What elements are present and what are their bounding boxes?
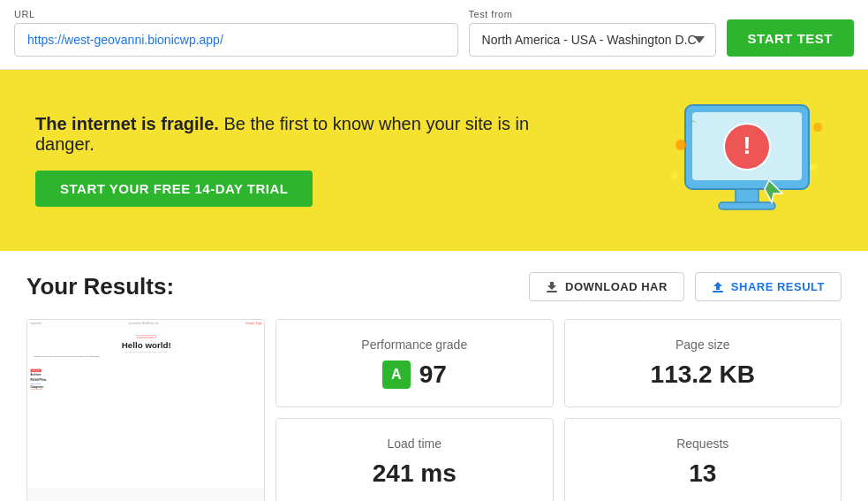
download-har-button[interactable]: DOWNLOAD HAR — [529, 272, 684, 301]
mini-archives-label: Archives — [31, 374, 68, 376]
mini-site-subtitle: just another WordPress site — [128, 322, 158, 324]
header-bar: URL Test from North America - USA - Wash… — [0, 0, 868, 70]
svg-point-10 — [671, 172, 678, 179]
mini-heading: Hello world! — [31, 340, 263, 350]
mini-recent-posts-label: Recent Posts — [31, 379, 68, 382]
banner-text: The internet is fragile. Be the first to… — [35, 114, 656, 207]
url-label: URL — [14, 9, 458, 19]
page-size-card: Page size 113.2 KB — [564, 319, 842, 407]
grade-number: 97 — [419, 361, 447, 389]
results-grid: mayortide just another WordPress site Sa… — [26, 319, 842, 501]
load-time-label: Load time — [388, 436, 442, 451]
test-from-select[interactable]: North America - USA - Washington D.C Eur… — [469, 23, 716, 57]
load-time-value: 241 ms — [373, 459, 457, 488]
requests-label: Requests — [676, 436, 728, 451]
mini-body: Welcome to WordPress. This is your first… — [31, 356, 263, 358]
url-field-group: URL — [14, 9, 458, 57]
banner-message: The internet is fragile. Be the first to… — [35, 114, 565, 155]
page-size-label: Page size — [676, 338, 729, 352]
monitor-illustration-icon: ! — [668, 96, 822, 224]
mini-meta: By domainAdmin November 19, 2020 0 Comme… — [31, 352, 263, 353]
test-from-label: Test from — [469, 9, 716, 19]
start-test-button[interactable]: START TEST — [727, 19, 854, 57]
share-icon — [712, 281, 724, 293]
share-result-button[interactable]: SHARE RESULT — [695, 272, 842, 301]
requests-value: 13 — [689, 459, 716, 488]
download-icon — [546, 281, 558, 293]
mini-site-name: mayortide — [31, 322, 42, 324]
requests-card: Requests 13 — [564, 418, 842, 501]
performance-grade-card: Performance grade A 97 — [275, 319, 554, 407]
screenshot-panel: mayortide just another WordPress site Sa… — [26, 319, 265, 501]
results-header: Your Results: DOWNLOAD HAR SHARE RESULT — [26, 272, 842, 301]
banner-illustration: ! — [656, 96, 833, 224]
mini-recent-link: Hello world! — [31, 383, 68, 384]
svg-point-8 — [813, 123, 822, 132]
promo-banner: The internet is fragile. Be the first to… — [0, 70, 868, 251]
svg-text:!: ! — [743, 132, 751, 159]
svg-point-7 — [676, 140, 686, 150]
banner-strong: The internet is fragile. — [35, 114, 219, 133]
performance-grade-value: A 97 — [382, 361, 447, 389]
mini-search-btn: SEARCH — [31, 369, 42, 373]
mini-site-preview: mayortide just another WordPress site Sa… — [27, 320, 264, 487]
svg-rect-11 — [547, 291, 557, 292]
svg-point-9 — [810, 163, 817, 171]
download-har-label: DOWNLOAD HAR — [565, 280, 668, 293]
results-title: Your Results: — [26, 273, 174, 300]
screenshot-inner: mayortide just another WordPress site Sa… — [27, 320, 264, 488]
share-result-label: SHARE RESULT — [731, 280, 825, 293]
svg-rect-12 — [713, 291, 723, 292]
grade-badge: A — [382, 361, 411, 389]
mini-category: UNCATEGORIZED — [137, 336, 156, 339]
results-actions: DOWNLOAD HAR SHARE RESULT — [529, 272, 842, 301]
trial-button[interactable]: START YOUR FREE 14-DAY TRIAL — [35, 171, 313, 207]
load-time-card: Load time 241 ms — [275, 418, 554, 501]
mini-sample-page: Sample Page — [245, 322, 262, 325]
mini-cat-link: Uncategorized — [31, 389, 68, 391]
metrics-grid: Performance grade A 97 Page size 113.2 K… — [275, 319, 842, 501]
page-size-value: 113.2 KB — [651, 361, 755, 389]
test-from-field-group: Test from North America - USA - Washingt… — [469, 9, 716, 57]
svg-rect-5 — [719, 202, 775, 209]
results-section: Your Results: DOWNLOAD HAR SHARE RESULT — [0, 251, 868, 501]
url-input[interactable] — [14, 23, 458, 57]
performance-grade-label: Performance grade — [361, 338, 467, 352]
